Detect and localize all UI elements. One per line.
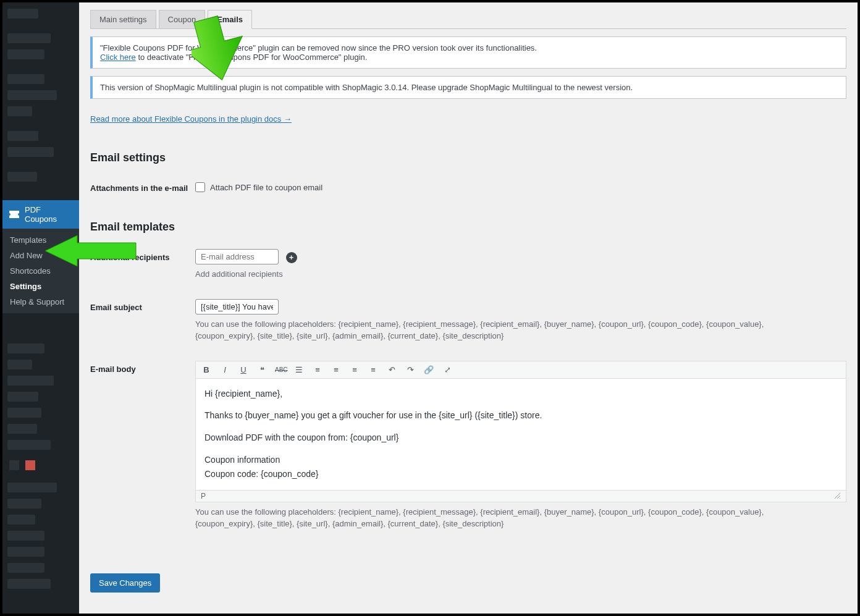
- notice-text-post: to deactivate "Flexible Coupons PDF for …: [136, 53, 368, 62]
- resize-handle-icon[interactable]: [833, 492, 841, 499]
- body-line: Hi {recipient_name},: [204, 387, 837, 401]
- square-icon: [25, 460, 35, 470]
- number-list-button[interactable]: ≡: [312, 365, 323, 374]
- sidebar-item-redacted[interactable]: [7, 74, 44, 84]
- submenu-help-support[interactable]: Help & Support: [2, 294, 79, 310]
- sidebar-item-redacted[interactable]: [7, 360, 32, 369]
- sidebar-item-redacted[interactable]: [7, 376, 54, 386]
- body-line: Coupon information: [204, 454, 837, 467]
- field-label-attachments: Attachments in the e-mail: [90, 180, 195, 193]
- sidebar-item-redacted[interactable]: [7, 147, 54, 157]
- sidebar-item-redacted[interactable]: [7, 344, 44, 353]
- align-left-button[interactable]: ≡: [331, 365, 342, 374]
- admin-sidebar: PDF Coupons Templates Add New Shortcodes…: [2, 2, 79, 614]
- sidebar-item-redacted[interactable]: [7, 90, 57, 100]
- sidebar-item-redacted[interactable]: [7, 9, 38, 19]
- bold-button[interactable]: B: [201, 365, 212, 374]
- main-content: Main settings Coupon Emails "Flexible Co…: [79, 2, 858, 614]
- sidebar-item-redacted[interactable]: [7, 579, 51, 589]
- sidebar-item-redacted[interactable]: [7, 49, 44, 59]
- body-line: Download PDF with the coupon from: {coup…: [204, 431, 837, 445]
- attach-pdf-checkbox[interactable]: [195, 182, 205, 192]
- subject-help: You can use the following placeholders: …: [195, 318, 776, 342]
- notice-text: "Flexible Coupons PDF for WooCommerce" p…: [100, 43, 537, 53]
- align-right-button[interactable]: ≡: [368, 365, 379, 374]
- body-help: You can use the following placeholders: …: [195, 506, 776, 530]
- editor-content[interactable]: Hi {recipient_name}, Thanks to {buyer_na…: [196, 379, 846, 490]
- field-label-subject: Email subject: [90, 299, 195, 312]
- sidebar-item-pdf-coupons[interactable]: PDF Coupons: [2, 200, 79, 229]
- undo-button[interactable]: ↶: [386, 365, 397, 374]
- sidebar-item-redacted[interactable]: [7, 33, 51, 43]
- editor-status-bar: P: [196, 490, 846, 502]
- section-email-settings-title: Email settings: [90, 151, 846, 164]
- docs-link[interactable]: Read more about Flexible Coupons in the …: [90, 114, 292, 124]
- sidebar-item-redacted[interactable]: [7, 408, 41, 418]
- notice-click-here-link[interactable]: Click here: [100, 53, 136, 62]
- sidebar-item-redacted[interactable]: [7, 515, 35, 525]
- save-changes-button[interactable]: Save Changes: [90, 573, 160, 593]
- align-center-button[interactable]: ≡: [349, 365, 360, 374]
- editor-toolbar: B I U ❝ ABC ☰ ≡ ≡ ≡ ≡ ↶ ↷ 🔗 ⤢: [196, 361, 846, 379]
- submenu-add-new[interactable]: Add New: [2, 248, 79, 263]
- notice-text: This version of ShopMagic Multilingual p…: [100, 83, 633, 92]
- editor-path: P: [201, 492, 206, 500]
- settings-tabs: Main settings Coupon Emails: [90, 10, 846, 29]
- recipient-email-input[interactable]: [195, 249, 279, 264]
- underline-button[interactable]: U: [238, 365, 249, 374]
- sidebar-item-redacted[interactable]: [7, 106, 32, 116]
- sidebar-submenu: Templates Add New Shortcodes Settings He…: [2, 229, 79, 313]
- notice-deactivate-plugin: "Flexible Coupons PDF for WooCommerce" p…: [90, 36, 846, 69]
- body-line: Thanks to {buyer_name} you get a gift vo…: [204, 409, 837, 423]
- body-line: Coupon code: {coupon_code}: [204, 468, 837, 481]
- notice-shopmagic-compat: This version of ShopMagic Multilingual p…: [90, 76, 846, 99]
- sidebar-item-redacted[interactable]: [7, 531, 44, 541]
- recipients-help: Add additional recipients: [195, 268, 776, 281]
- blockquote-button[interactable]: ❝: [256, 365, 268, 374]
- fullscreen-button[interactable]: ⤢: [442, 365, 453, 374]
- submenu-settings[interactable]: Settings: [2, 279, 79, 294]
- square-icon: [9, 460, 19, 470]
- sidebar-item-redacted[interactable]: [7, 440, 51, 450]
- email-subject-input[interactable]: [195, 299, 279, 314]
- section-email-templates-title: Email templates: [90, 221, 846, 234]
- strike-button[interactable]: ABC: [275, 366, 286, 373]
- attach-pdf-label: Attach PDF file to coupon email: [210, 183, 322, 192]
- sidebar-item-redacted[interactable]: [7, 424, 37, 434]
- field-label-body: E-mail body: [90, 361, 195, 374]
- sidebar-item-redacted[interactable]: [7, 547, 44, 557]
- sidebar-item-redacted[interactable]: [7, 172, 37, 182]
- submenu-shortcodes[interactable]: Shortcodes: [2, 263, 79, 279]
- italic-button[interactable]: I: [219, 365, 230, 374]
- sidebar-item-redacted[interactable]: [7, 131, 38, 141]
- redo-button[interactable]: ↷: [405, 365, 416, 374]
- sidebar-item-redacted[interactable]: [7, 499, 41, 508]
- submenu-templates[interactable]: Templates: [2, 232, 79, 248]
- tab-main-settings[interactable]: Main settings: [90, 10, 156, 29]
- tab-coupon[interactable]: Coupon: [159, 10, 206, 29]
- sidebar-item-redacted[interactable]: [7, 392, 38, 402]
- link-button[interactable]: 🔗: [423, 365, 434, 374]
- add-recipient-button[interactable]: +: [286, 252, 297, 263]
- email-body-editor: B I U ❝ ABC ☰ ≡ ≡ ≡ ≡ ↶ ↷ 🔗 ⤢: [195, 361, 846, 502]
- sidebar-item-redacted[interactable]: [7, 483, 57, 492]
- sidebar-item-label: PDF Coupons: [25, 205, 73, 224]
- ticket-icon: [9, 210, 20, 219]
- attach-pdf-checkbox-wrap[interactable]: Attach PDF file to coupon email: [195, 180, 846, 192]
- bullet-list-button[interactable]: ☰: [293, 365, 305, 374]
- sidebar-item-redacted[interactable]: [7, 563, 44, 573]
- tab-emails[interactable]: Emails: [208, 10, 252, 29]
- field-label-recipients: Additional recipients: [90, 249, 195, 262]
